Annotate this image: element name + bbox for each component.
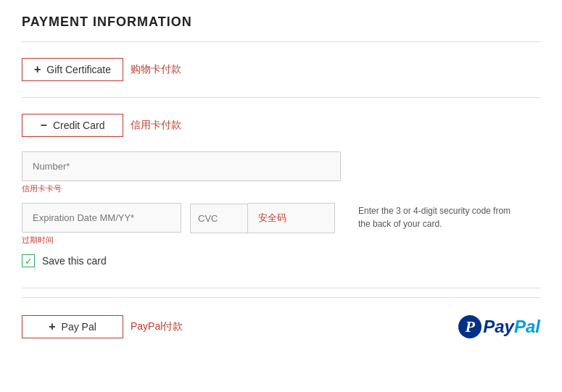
paypal-p-icon: P [458,315,482,338]
expiry-input[interactable] [22,203,181,233]
credit-card-label: Credit Card [53,120,105,131]
expiry-group: 过期时间 [22,203,181,246]
gift-certificate-icon: + [34,63,41,76]
paypal-pal: Pal [514,317,540,336]
gift-certificate-header: + Gift Certificate 购物卡付款 [22,51,540,88]
paypal-pay: Pay [483,317,514,336]
cvc-cn: 安全码 [248,203,335,233]
card-number-cn: 信用卡卡号 [22,183,341,194]
expiry-cvc-row: 过期时间 安全码 Enter the 3 or 4-digit security… [22,203,540,246]
cvc-group: 安全码 [190,203,335,233]
credit-card-header: − Credit Card 信用卡付款 [22,107,540,144]
divider-bottom [22,288,540,288]
divider-top [22,41,540,42]
expiry-cn: 过期时间 [22,235,181,246]
paypal-logo: P PayPal [458,315,540,338]
checkbox-check-icon: ✓ [25,257,33,266]
credit-card-icon: − [41,119,47,132]
save-card-checkbox[interactable]: ✓ [22,254,35,267]
paypal-header: + Pay Pal PayPal付款 [22,306,183,347]
card-number-input[interactable] [22,151,341,181]
number-group: 信用卡卡号 [22,151,341,194]
paypal-row: + Pay Pal PayPal付款 P PayPal [22,306,540,347]
paypal-label: Pay Pal [62,321,96,333]
save-card-row: ✓ Save this card [22,254,540,267]
divider-mid [22,97,540,98]
paypal-toggle[interactable]: + Pay Pal [22,315,123,338]
gift-certificate-label: Gift Certificate [46,64,111,75]
credit-card-form: 信用卡卡号 过期时间 安全码 Enter the 3 or 4-digit se… [22,144,540,279]
paypal-wordmark: PayPal [483,317,540,337]
paypal-cn: PayPal付款 [131,320,183,333]
paypal-section: + Pay Pal PayPal付款 P PayPal [22,306,540,347]
save-card-label: Save this card [42,255,107,267]
gift-certificate-cn: 购物卡付款 [131,63,181,76]
divider-paypal-top [22,297,540,298]
gift-certificate-section: + Gift Certificate 购物卡付款 [22,51,540,88]
number-row: 信用卡卡号 [22,151,540,194]
cvc-hint: Enter the 3 or 4-digit security code fro… [358,204,518,230]
credit-card-toggle[interactable]: − Credit Card [22,114,123,137]
credit-card-section: − Credit Card 信用卡付款 信用卡卡号 过期时间 安全码 [22,107,540,279]
page-title: PAYMENT INFORMATION [22,14,540,30]
cvc-row: 安全码 [190,203,335,233]
paypal-icon: + [49,320,55,333]
cvc-input[interactable] [190,204,248,233]
gift-certificate-toggle[interactable]: + Gift Certificate [22,58,123,81]
credit-card-cn: 信用卡付款 [131,119,181,132]
